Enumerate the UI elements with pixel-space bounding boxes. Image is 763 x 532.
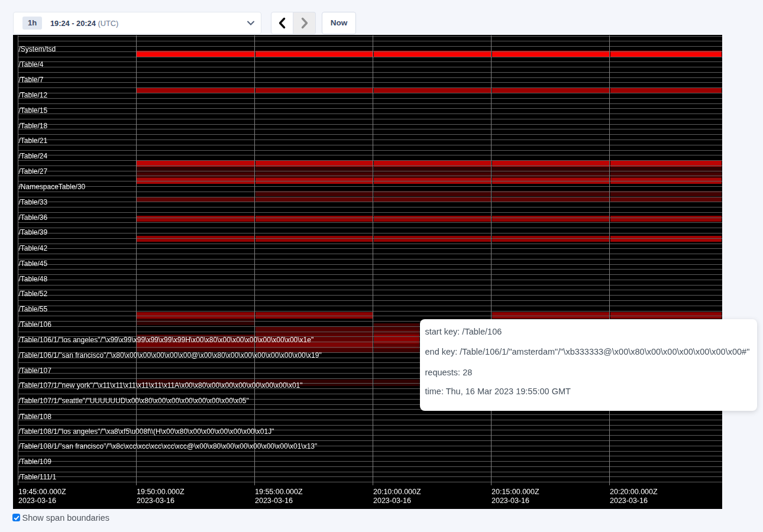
- svg-text:/Table/45: /Table/45: [19, 259, 48, 268]
- svg-text:/Table/108/1/"los angeles"/"\x: /Table/108/1/"los angeles"/"\xa8\xf5\u00…: [19, 427, 274, 436]
- svg-text:/Table/7: /Table/7: [19, 76, 44, 84]
- svg-text:2023-03-16: 2023-03-16: [137, 497, 174, 505]
- svg-text:/Table/21: /Table/21: [19, 137, 48, 145]
- svg-text:/NamespaceTable/30: /NamespaceTable/30: [19, 183, 86, 191]
- svg-text:/Table/108: /Table/108: [19, 413, 52, 421]
- svg-text:2023-03-16: 2023-03-16: [18, 497, 56, 505]
- svg-text:2023-03-16: 2023-03-16: [373, 497, 411, 505]
- svg-text:19:55:00.000Z: 19:55:00.000Z: [255, 488, 303, 496]
- svg-text:/Table/55: /Table/55: [19, 305, 48, 313]
- svg-text:/Table/106/1/"san francisco"/": /Table/106/1/"san francisco"/"\x80\x00\x…: [19, 351, 322, 359]
- svg-text:20:20:00.000Z: 20:20:00.000Z: [610, 488, 658, 496]
- svg-text:20:10:00.000Z: 20:10:00.000Z: [373, 488, 421, 496]
- svg-text:/Table/42: /Table/42: [19, 244, 48, 252]
- svg-text:/Table/24: /Table/24: [19, 152, 48, 160]
- svg-text:/Table/39: /Table/39: [19, 228, 48, 236]
- svg-text:/Table/52: /Table/52: [19, 290, 48, 298]
- svg-text:/Table/18: /Table/18: [19, 122, 48, 130]
- svg-text:19:50:00.000Z: 19:50:00.000Z: [137, 488, 185, 496]
- svg-text:/Table/111/1: /Table/111/1: [19, 473, 57, 481]
- svg-text:2023-03-16: 2023-03-16: [610, 497, 648, 505]
- svg-text:19:45:00.000Z: 19:45:00.000Z: [18, 488, 66, 496]
- svg-text:/Table/108/1/"san francisco"/": /Table/108/1/"san francisco"/"\x8c\xcc\x…: [19, 442, 318, 450]
- svg-text:/Table/27: /Table/27: [19, 167, 48, 176]
- svg-text:/Table/48: /Table/48: [19, 275, 48, 283]
- svg-text:20:15:00.000Z: 20:15:00.000Z: [492, 488, 539, 496]
- svg-text:/Table/106: /Table/106: [19, 320, 52, 329]
- svg-text:2023-03-16: 2023-03-16: [492, 497, 529, 505]
- svg-text:/Table/12: /Table/12: [19, 91, 48, 99]
- svg-text:/Table/109: /Table/109: [19, 458, 52, 466]
- svg-text:/Table/33: /Table/33: [19, 198, 48, 206]
- svg-text:/Table/107/1/"seattle"/"UUUUUU: /Table/107/1/"seattle"/"UUUUUUD\x00\x80\…: [19, 397, 249, 405]
- svg-text:/Table/107: /Table/107: [19, 366, 52, 375]
- svg-text:/Table/36: /Table/36: [19, 213, 48, 222]
- svg-text:/Table/106/1/"los angeles"/"\x: /Table/106/1/"los angeles"/"\x99\x99\x99…: [19, 336, 314, 344]
- svg-text:/Table/4: /Table/4: [19, 60, 44, 69]
- svg-text:/Table/107/1/"new york"/"\x11\: /Table/107/1/"new york"/"\x11\x11\x11\x1…: [19, 381, 303, 390]
- svg-text:2023-03-16: 2023-03-16: [255, 497, 293, 505]
- svg-text:/System/tsd: /System/tsd: [19, 45, 56, 53]
- svg-text:/Table/15: /Table/15: [19, 106, 48, 115]
